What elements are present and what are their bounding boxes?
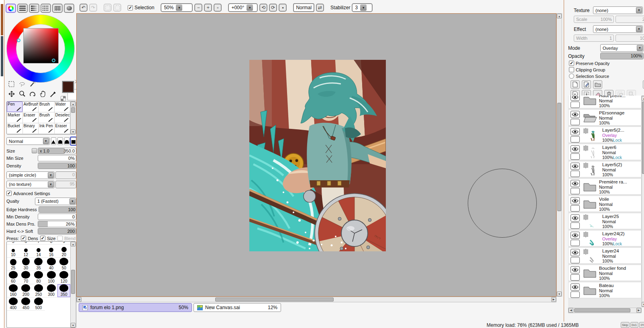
size-preset-350[interactable]: 350	[57, 284, 70, 297]
invert-selection-button[interactable]	[113, 4, 121, 12]
size-preset-300[interactable]: 300	[45, 284, 58, 297]
canvas-horizontal-scrollbar[interactable]: ◀ ▶	[76, 297, 556, 302]
selection-display-checkbox[interactable]: ✓ Selection	[128, 5, 154, 10]
layer-row-bouclier-fond[interactable]: Bouclier fondNormal100%	[568, 265, 642, 281]
sv-marker[interactable]	[52, 59, 55, 62]
scroll-up-button[interactable]: ▲	[642, 96, 644, 101]
layer-visibility-toggle[interactable]	[571, 232, 580, 239]
brush-tool-brush[interactable]: Brush	[39, 102, 55, 112]
size-preset-70[interactable]: 70	[20, 271, 33, 284]
layer-row-personnage[interactable]: PErsonnageNormal100%	[568, 109, 642, 126]
hand-tool[interactable]	[38, 89, 48, 98]
layer-visibility-toggle[interactable]	[571, 163, 580, 170]
scroll-left-button[interactable]: ◀	[569, 308, 573, 313]
layer-visibility-toggle[interactable]	[571, 180, 580, 187]
size-preset-6[interactable]: 6	[20, 241, 33, 244]
layer-select-checkbox[interactable]	[571, 119, 580, 125]
brush-edge-shape-hard[interactable]	[51, 137, 57, 145]
size-preset-25[interactable]: 25	[7, 258, 20, 271]
size-preset-250[interactable]: 250	[32, 284, 45, 297]
density-slider[interactable]: 100	[38, 163, 76, 169]
rect-select-tool[interactable]	[6, 79, 16, 89]
preset-scrollbar[interactable]: ▲ ▼	[70, 242, 76, 328]
layer-select-checkbox[interactable]	[571, 291, 580, 298]
eyedropper-tool[interactable]	[48, 89, 58, 98]
lasso-tool[interactable]	[17, 79, 27, 89]
layer-opacity-slider[interactable]: 100%	[600, 53, 644, 59]
size-preset-5[interactable]: 5	[7, 241, 20, 244]
layer-visibility-toggle[interactable]	[571, 128, 580, 135]
layer-row-layer5-2-[interactable]: Layer5(2...Overlay100%Lock	[568, 126, 642, 143]
brush-texture-dropdown[interactable]: (no texture) ▼	[6, 181, 55, 188]
rgb-slider-button[interactable]	[17, 4, 28, 13]
deselect-button[interactable]	[104, 4, 112, 12]
size-preset-16[interactable]: 16	[45, 244, 58, 258]
scroll-down-button[interactable]: ▼	[71, 129, 75, 134]
redo-button[interactable]: ↷	[89, 4, 97, 12]
size-preset-30[interactable]: 30	[20, 258, 33, 271]
new-linework-layer-button[interactable]	[582, 80, 591, 89]
brush-tool-deselect[interactable]: Deselect	[55, 112, 71, 123]
color-mixer-button[interactable]	[41, 4, 51, 13]
layer-row-voile[interactable]: VoileNormal100%	[568, 196, 642, 212]
layer-row-layer24[interactable]: Layer24Normal100%	[568, 247, 642, 264]
scroll-left-button[interactable]: ◀	[77, 297, 82, 302]
brush-tool-binary[interactable]: Binary	[23, 123, 39, 134]
color-wheel-button[interactable]	[6, 4, 16, 13]
scroll-up-button[interactable]: ▲	[557, 14, 562, 18]
status-button-0-[interactable]: 0%	[639, 322, 644, 328]
scroll-thumb[interactable]	[574, 308, 630, 312]
size-preset-40[interactable]: 40	[45, 258, 58, 271]
scroll-thumb[interactable]	[71, 270, 75, 294]
undo-button[interactable]: ↶	[79, 4, 88, 12]
max-dens-slider[interactable]: 26%	[38, 221, 76, 227]
layer-row-layer5-2-[interactable]: Layer5(2)Normal100%	[568, 161, 642, 177]
min-density-slider[interactable]: 0	[38, 214, 76, 220]
hard-soft-slider[interactable]: 200	[38, 228, 76, 234]
transparent-color-button[interactable]	[61, 96, 66, 101]
size-preset-120[interactable]: 120	[57, 271, 70, 284]
size-preset-60[interactable]: 60	[7, 271, 20, 284]
layer-select-checkbox[interactable]	[571, 102, 580, 108]
layer-row-premi-re-ra-[interactable]: Première ra...Normal100%	[568, 178, 642, 195]
layer-row-layer6[interactable]: Layer6Normal100%Lock	[568, 144, 642, 160]
brush-tool-pen[interactable]: Pen	[7, 102, 23, 112]
layer-visibility-toggle[interactable]	[571, 283, 580, 291]
hsv-slider-button[interactable]	[29, 4, 39, 13]
canvas-vertical-scrollbar[interactable]: ▲ ▼	[556, 13, 562, 297]
scratchpad-button[interactable]	[64, 4, 74, 13]
scroll-up-button[interactable]: ▲	[71, 102, 75, 106]
layer-mode-dropdown[interactable]: Overlay ▼	[600, 44, 644, 52]
scroll-down-button[interactable]: ▼	[557, 291, 562, 296]
status-button-skip[interactable]: Skip	[621, 322, 630, 328]
size-preset-12[interactable]: 12	[20, 244, 33, 258]
rotate-ccw-button[interactable]: ⟲	[259, 4, 267, 12]
new-layer-button[interactable]	[571, 80, 580, 89]
size-preset-450[interactable]: 450	[20, 297, 33, 311]
layer-visibility-toggle[interactable]	[571, 111, 580, 118]
zoom-reset-button[interactable]: ▫	[214, 4, 222, 12]
scroll-down-button[interactable]: ▼	[642, 302, 644, 307]
scroll-up-button[interactable]: ▲	[71, 242, 75, 247]
quality-dropdown[interactable]: 1 (Fastest) ▼	[35, 198, 76, 205]
layer-visibility-toggle[interactable]	[571, 249, 580, 256]
size-preset-7[interactable]: 7	[32, 241, 45, 244]
view-normal-button[interactable]: Normal	[293, 3, 314, 12]
min-size-slider[interactable]: 0%	[38, 155, 76, 161]
layer-row-layer24-2-[interactable]: Layer24(2)Overlay100%Lock	[568, 230, 642, 247]
zoom-dropdown[interactable]: 50% ▼	[161, 3, 193, 12]
size-preset-200[interactable]: 200	[20, 284, 33, 297]
new-layer-set-button[interactable]	[593, 80, 602, 89]
clipping-group-checkbox[interactable]: Clipping Group	[569, 67, 605, 72]
zoom-tool[interactable]	[17, 89, 27, 98]
size-preset-160[interactable]: 160	[7, 284, 20, 297]
layer-texture-dropdown[interactable]: (none) ▼	[593, 6, 643, 14]
layer-visibility-toggle[interactable]	[571, 197, 580, 204]
layer-select-checkbox[interactable]	[571, 171, 580, 177]
brush-blend-mode-dropdown[interactable]: Normal ▼	[6, 137, 50, 145]
brush-tool-marker[interactable]: Marker	[7, 112, 23, 123]
stabilizer-dropdown[interactable]: 3 ▼	[352, 3, 373, 12]
tab-forum-elo[interactable]: forum elo 1.png 50%	[79, 303, 192, 312]
brush-tool-eraser[interactable]: Eraser	[23, 112, 39, 123]
layer-select-checkbox[interactable]	[571, 188, 580, 194]
